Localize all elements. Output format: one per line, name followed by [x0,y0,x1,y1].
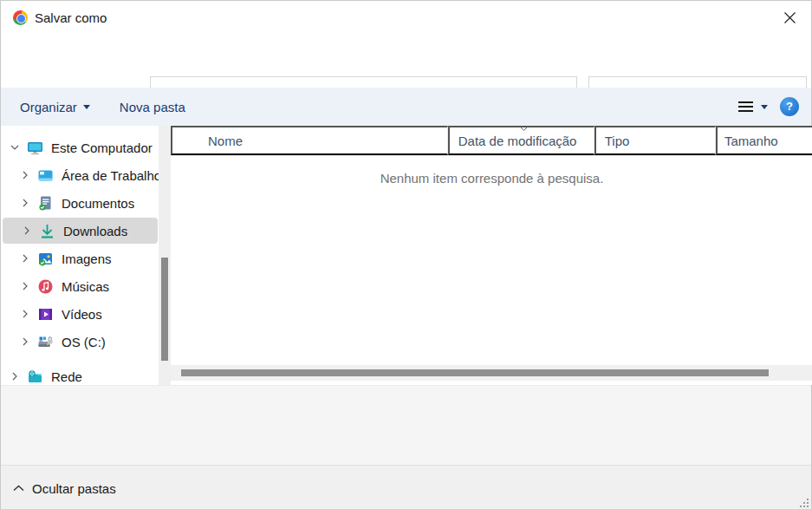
sidebar-item-downloads[interactable]: Downloads [3,218,158,244]
new-folder-button[interactable]: Nova pasta [111,93,194,121]
chevron-right-icon[interactable] [18,282,32,290]
column-header-label: Data de modificação [458,134,577,148]
list-view-icon [738,101,753,112]
empty-message: Nenhum item corresponde à pesquisa. [171,171,812,186]
sort-indicator-icon [519,126,529,132]
folder-tree: Este Computador Área de Trabalho Documen… [1,126,159,385]
close-icon [783,11,796,24]
sidebar-item-imagens[interactable]: Imagens [1,245,159,271]
chevron-right-icon[interactable] [18,199,32,207]
chevron-right-icon[interactable] [20,226,34,235]
network-icon [27,369,43,385]
hide-folders-button[interactable]: Ocultar pastas [13,475,116,501]
navigation-row: Este Computador Downloads [1,36,811,88]
pictures-icon [37,251,54,267]
filename-panel: Nome: Tipo: Application [1,385,811,465]
column-header-nome[interactable]: Nome [171,126,448,155]
sidebar-item-label: Este Computador [51,140,153,155]
sidebar-item-documentos[interactable]: Documentos [1,190,159,216]
music-icon [37,278,54,295]
sidebar-item-musicas[interactable]: Músicas [1,273,159,299]
chrome-icon [13,10,28,25]
column-header-tipo[interactable]: Tipo [594,126,716,155]
organize-button[interactable]: Organizar [11,93,99,121]
list-header: Nome Data de modificação Tipo Tamanho [171,126,812,156]
close-button[interactable] [773,3,806,32]
chevron-right-icon[interactable] [18,171,32,179]
drive-icon [37,334,54,350]
chevron-right-icon[interactable] [18,337,32,346]
sidebar-item-label: Imagens [62,251,112,266]
chevron-right-icon[interactable] [8,372,22,381]
footer-bar: Ocultar pastas Salvar Cancelar [1,465,811,509]
column-header-data-de-modificacao[interactable]: Data de modificação [448,126,594,155]
new-folder-label: Nova pasta [120,100,185,114]
sidebar-item-rede[interactable]: Rede [1,363,159,385]
chevron-right-icon[interactable] [18,310,32,318]
chevron-down-icon[interactable] [8,143,22,152]
sidebar-item-label: OS (C:) [62,335,106,349]
chevron-right-icon[interactable] [18,254,32,263]
downloads-icon [39,223,55,239]
sidebar-item-este-computador[interactable]: Este Computador [1,134,159,160]
resize-grip[interactable] [798,497,809,507]
horizontal-scrollbar[interactable] [171,365,812,381]
save-as-dialog: Salvar como Este Computador [0,0,812,509]
videos-icon [37,306,54,323]
sidebar-item-label: Documentos [62,196,134,211]
documents-icon [37,195,54,212]
caret-down-icon [83,105,90,109]
title-bar: Salvar como [1,1,811,36]
sidebar-item-label: Músicas [62,279,109,294]
sidebar-item-label: Vídeos [62,307,102,322]
sidebar-item-videos[interactable]: Vídeos [1,301,159,327]
sidebar-item-os-c[interactable]: OS (C:) [1,329,159,355]
sidebar-scrollbar-thumb[interactable] [161,258,168,361]
sidebar-item-label: Rede [51,369,82,384]
hide-folders-label: Ocultar pastas [32,481,116,496]
help-button[interactable]: ? [780,97,799,116]
sidebar-item-label: Área de Trabalho [62,168,159,183]
chevron-up-icon [13,485,24,492]
sidebar-item-label: Downloads [63,224,127,238]
caret-down-icon [761,105,768,109]
command-toolbar: Organizar Nova pasta ? [1,88,811,126]
window-title: Salvar como [35,1,107,36]
desktop-icon [37,167,54,184]
change-view-button[interactable] [733,96,773,117]
sidebar-scrollbar[interactable] [159,126,171,385]
computer-icon [27,140,43,156]
column-header-tamanho[interactable]: Tamanho [716,126,812,155]
organize-label: Organizar [20,100,77,114]
file-list: Nome Data de modificação Tipo Tamanho Ne… [171,126,812,385]
horizontal-scrollbar-thumb[interactable] [181,369,769,376]
sidebar-item-area-de-trabalho[interactable]: Área de Trabalho [1,162,159,188]
